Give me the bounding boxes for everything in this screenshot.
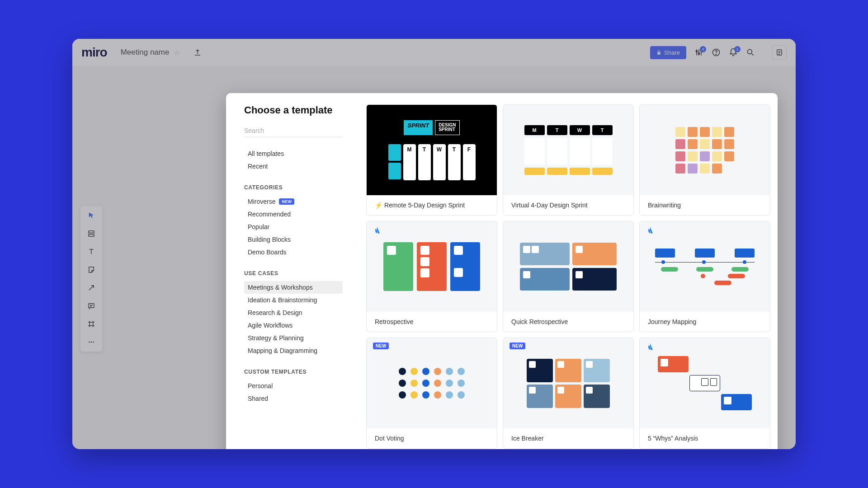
design-sprint-badge: DESIGNSPRINT <box>435 120 459 135</box>
uc-meetings[interactable]: Meetings & Workshops <box>244 281 343 294</box>
card-preview <box>640 105 770 195</box>
template-grid-container: SPRINT DESIGNSPRINT M T W T F ⚡ Remote 5… <box>353 93 778 449</box>
section-usecases: USE CASES <box>244 270 343 277</box>
card-title: Journey Mapping <box>640 312 770 332</box>
card-preview: NEW <box>503 338 633 428</box>
card-preview: MTWT <box>503 105 633 195</box>
nav-all-templates[interactable]: All templates <box>244 147 343 160</box>
nav-recent[interactable]: Recent <box>244 160 343 173</box>
card-title: Virtual 4-Day Design Sprint <box>503 195 633 215</box>
card-title: Ice Breaker <box>503 428 633 448</box>
close-icon[interactable] <box>793 107 796 117</box>
card-preview: SPRINT DESIGNSPRINT M T W T F <box>367 105 497 195</box>
cat-popular[interactable]: Popular <box>244 221 343 233</box>
uc-agile[interactable]: Agile Workflows <box>244 319 343 332</box>
cat-label: Miroverse <box>248 198 275 205</box>
template-modal: Choose a template All templates Recent C… <box>226 93 778 449</box>
template-grid: SPRINT DESIGNSPRINT M T W T F ⚡ Remote 5… <box>366 104 764 449</box>
atlassian-icon <box>646 226 654 234</box>
section-categories: CATEGORIES <box>244 184 343 191</box>
cat-building-blocks[interactable]: Building Blocks <box>244 233 343 246</box>
new-badge: NEW <box>373 343 389 349</box>
template-card-journey[interactable]: Journey Mapping <box>639 221 770 332</box>
template-card-brainwriting[interactable]: Brainwriting <box>639 104 770 216</box>
card-preview <box>640 221 770 312</box>
card-preview: NEW <box>367 338 497 428</box>
card-title: ⚡ Remote 5-Day Design Sprint <box>367 195 497 215</box>
atlassian-icon <box>646 343 654 351</box>
cat-miroverse[interactable]: MiroverseNEW <box>244 195 343 208</box>
uc-research[interactable]: Research & Design <box>244 306 343 319</box>
new-badge: NEW <box>279 198 294 205</box>
modal-sidebar: Choose a template All templates Recent C… <box>226 93 353 449</box>
sprint-badge: SPRINT <box>404 120 433 135</box>
atlassian-icon <box>373 226 381 234</box>
modal-title: Choose a template <box>244 104 343 116</box>
card-preview <box>640 338 770 428</box>
card-title: Brainwriting <box>640 195 770 215</box>
uc-strategy[interactable]: Strategy & Planning <box>244 332 343 344</box>
template-card-remote-sprint[interactable]: SPRINT DESIGNSPRINT M T W T F ⚡ Remote 5… <box>366 104 497 216</box>
cat-recommended[interactable]: Recommended <box>244 208 343 221</box>
template-card-quick-retro[interactable]: Quick Retrospective <box>503 221 634 332</box>
template-card-ice-breaker[interactable]: NEW Ice Breaker <box>503 338 634 449</box>
card-title: Retrospective <box>367 312 497 332</box>
uc-mapping[interactable]: Mapping & Diagramming <box>244 344 343 357</box>
custom-shared[interactable]: Shared <box>244 392 343 405</box>
template-card-5whys[interactable]: 5 “Whys” Analysis <box>639 338 770 449</box>
search-input[interactable] <box>244 124 343 137</box>
new-badge: NEW <box>509 343 525 349</box>
template-card-retrospective[interactable]: Retrospective <box>366 221 497 332</box>
cat-demo-boards[interactable]: Demo Boards <box>244 246 343 258</box>
section-custom: CUSTOM TEMPLATES <box>244 369 343 375</box>
card-title: Quick Retrospective <box>503 312 633 332</box>
card-preview <box>367 221 497 312</box>
uc-ideation[interactable]: Ideation & Brainstorming <box>244 294 343 306</box>
template-card-virtual-sprint[interactable]: MTWT Virtual 4-Day Design Sprint <box>503 104 634 216</box>
card-preview <box>503 221 633 312</box>
app-frame: miro Meeting name ☆ Share 4 1 <box>72 39 796 449</box>
custom-personal[interactable]: Personal <box>244 380 343 392</box>
template-card-dot-voting[interactable]: NEW Dot Voting <box>366 338 497 449</box>
card-title: 5 “Whys” Analysis <box>640 428 770 448</box>
card-title: Dot Voting <box>367 428 497 448</box>
